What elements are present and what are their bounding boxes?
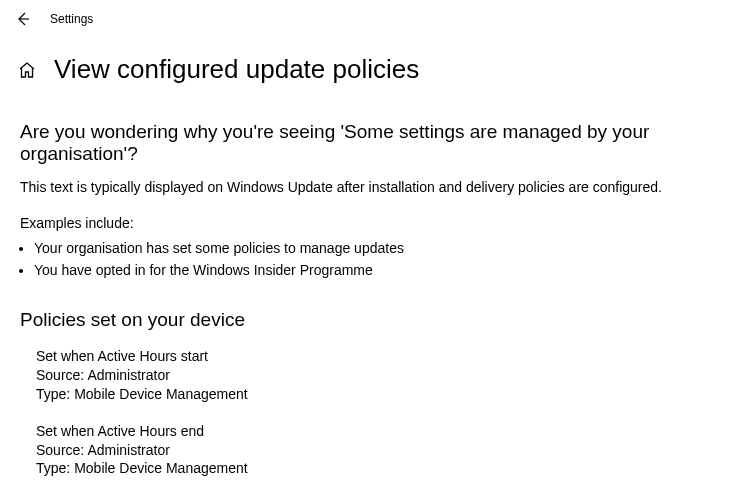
policy-item: Set when Active Hours end Source: Admini… <box>20 422 730 479</box>
content-area: Are you wondering why you're seeing 'Som… <box>0 91 750 478</box>
policy-source: Source: Administrator <box>36 441 730 460</box>
policy-type-label: Type: <box>36 386 70 402</box>
explanation-text: This text is typically displayed on Wind… <box>20 179 730 195</box>
policy-source-label: Source: <box>36 367 84 383</box>
policy-source-label: Source: <box>36 442 84 458</box>
policy-name: Set when Active Hours end <box>36 422 730 441</box>
policy-type: Type: Mobile Device Management <box>36 459 730 478</box>
list-item: You have opted in for the Windows Inside… <box>34 259 730 281</box>
policy-name: Set when Active Hours start <box>36 347 730 366</box>
policy-type-value: Mobile Device Management <box>74 386 248 402</box>
policy-item: Set when Active Hours start Source: Admi… <box>20 347 730 404</box>
policy-type-label: Type: <box>36 460 70 476</box>
explanation-heading: Are you wondering why you're seeing 'Som… <box>20 121 730 165</box>
policy-source-value: Administrator <box>87 367 169 383</box>
policies-heading: Policies set on your device <box>20 309 730 331</box>
list-item: Your organisation has set some policies … <box>34 237 730 259</box>
page-title-row: View configured update policies <box>0 36 750 91</box>
back-arrow-icon[interactable] <box>14 10 32 28</box>
policy-type: Type: Mobile Device Management <box>36 385 730 404</box>
policy-type-value: Mobile Device Management <box>74 460 248 476</box>
window-header: Settings <box>0 0 750 36</box>
home-icon[interactable] <box>18 61 36 79</box>
window-title: Settings <box>50 12 93 26</box>
examples-list: Your organisation has set some policies … <box>20 237 730 281</box>
page-title: View configured update policies <box>54 54 419 85</box>
policy-source-value: Administrator <box>87 442 169 458</box>
policy-source: Source: Administrator <box>36 366 730 385</box>
examples-label: Examples include: <box>20 215 730 231</box>
